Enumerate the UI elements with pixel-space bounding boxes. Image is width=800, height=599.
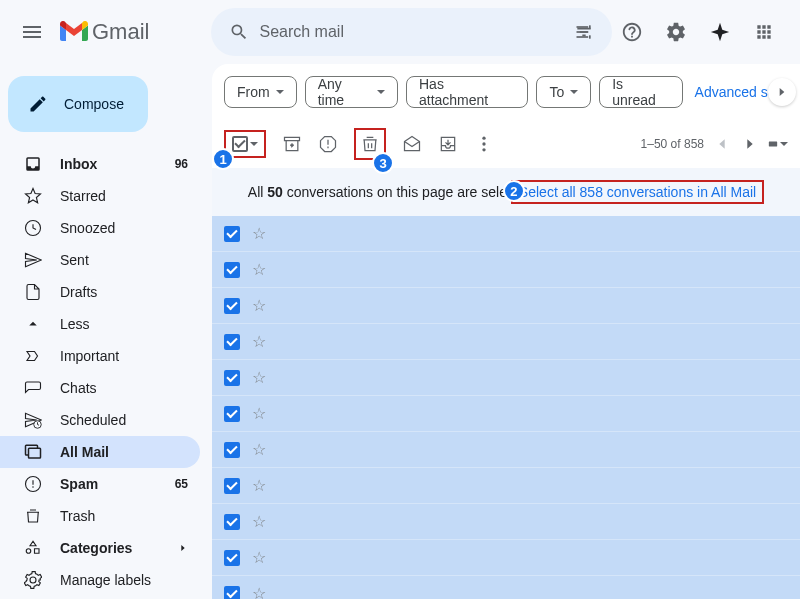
move-to-inbox-button[interactable] xyxy=(438,134,458,154)
page-info: 1–50 of 858 xyxy=(641,137,704,151)
prev-page-button[interactable] xyxy=(712,134,732,154)
more-vert-icon xyxy=(474,134,494,154)
row-checkbox[interactable] xyxy=(224,550,240,566)
star-button[interactable]: ☆ xyxy=(252,296,266,315)
input-tools-button[interactable] xyxy=(768,134,788,154)
row-checkbox[interactable] xyxy=(224,442,240,458)
sidebar-item-inbox[interactable]: Inbox96 xyxy=(0,148,200,180)
apps-button[interactable] xyxy=(744,12,784,52)
search-box[interactable] xyxy=(211,8,612,56)
mail-row[interactable]: ☆ xyxy=(212,252,800,288)
star-button[interactable]: ☆ xyxy=(252,440,266,459)
sidebar-item-scheduled[interactable]: Scheduled xyxy=(0,404,200,436)
star-button[interactable]: ☆ xyxy=(252,404,266,423)
mail-row[interactable]: ☆ xyxy=(212,468,800,504)
allmail-icon xyxy=(24,443,42,461)
sidebar-item-less[interactable]: Less xyxy=(0,308,200,340)
filter-is-unread[interactable]: Is unread xyxy=(599,76,682,108)
star-button[interactable]: ☆ xyxy=(252,548,266,567)
scroll-filters-right-button[interactable] xyxy=(768,78,796,106)
mail-row[interactable]: ☆ xyxy=(212,324,800,360)
callout-2: 2 xyxy=(503,180,525,202)
mail-row[interactable]: ☆ xyxy=(212,396,800,432)
more-button[interactable] xyxy=(474,134,494,154)
mail-row[interactable]: ☆ xyxy=(212,432,800,468)
sent-label: Sent xyxy=(60,252,188,268)
report-spam-button[interactable] xyxy=(318,134,338,154)
row-checkbox[interactable] xyxy=(224,262,240,278)
main-menu-button[interactable] xyxy=(8,8,56,56)
chevron-right-icon xyxy=(775,85,789,99)
sidebar-item-important[interactable]: Important xyxy=(0,340,200,372)
mail-row[interactable]: ☆ xyxy=(212,504,800,540)
search-options-icon[interactable] xyxy=(564,12,604,52)
chats-icon xyxy=(24,379,42,397)
sidebar-item-snoozed[interactable]: Snoozed xyxy=(0,212,200,244)
star-button[interactable]: ☆ xyxy=(252,224,266,243)
star-button[interactable]: ☆ xyxy=(252,476,266,495)
row-checkbox[interactable] xyxy=(224,514,240,530)
row-checkbox[interactable] xyxy=(224,226,240,242)
svg-rect-3 xyxy=(589,25,591,28)
sidebar-item-sent[interactable]: Sent xyxy=(0,244,200,276)
next-page-button[interactable] xyxy=(740,134,760,154)
spam-count: 65 xyxy=(175,477,188,491)
search-icon[interactable] xyxy=(219,12,259,52)
filter-to[interactable]: To xyxy=(536,76,591,108)
mail-row[interactable]: ☆ xyxy=(212,360,800,396)
mark-read-button[interactable] xyxy=(402,134,422,154)
sidebar-item-trash[interactable]: Trash xyxy=(0,500,200,532)
compose-label: Compose xyxy=(64,96,124,112)
trash-label: Trash xyxy=(60,508,188,524)
row-checkbox[interactable] xyxy=(224,406,240,422)
header-icons xyxy=(612,12,792,52)
mail-row[interactable]: ☆ xyxy=(212,288,800,324)
star-button[interactable]: ☆ xyxy=(252,368,266,387)
gmail-text: Gmail xyxy=(92,19,149,45)
star-button[interactable]: ☆ xyxy=(252,332,266,351)
gmail-icon xyxy=(60,21,88,43)
select-all-checkbox[interactable]: 1 xyxy=(224,130,266,158)
star-button[interactable]: ☆ xyxy=(252,584,266,599)
pencil-icon xyxy=(28,94,48,114)
search-wrap xyxy=(211,8,612,56)
select-all-conversations-link[interactable]: Select all 858 conversations in All Mail xyxy=(519,184,756,200)
toolbar: 1 3 1–50 of 858 xyxy=(212,120,800,168)
filter-anytime[interactable]: Any time xyxy=(305,76,398,108)
mail-row[interactable]: ☆ xyxy=(212,216,800,252)
compose-button[interactable]: Compose xyxy=(8,76,148,132)
gmail-logo[interactable]: Gmail xyxy=(60,19,149,45)
chevron-up-icon xyxy=(24,315,42,333)
mail-list[interactable]: ☆ ☆ ☆ ☆ ☆ ☆ ☆ ☆ ☆ ☆ ☆ xyxy=(212,216,800,599)
filter-has-attachment[interactable]: Has attachment xyxy=(406,76,528,108)
mail-row[interactable]: ☆ xyxy=(212,540,800,576)
sidebar-item-manage-labels[interactable]: Manage labels xyxy=(0,564,200,596)
callout-3: 3 xyxy=(372,152,394,174)
star-button[interactable]: ☆ xyxy=(252,512,266,531)
row-checkbox[interactable] xyxy=(224,334,240,350)
row-checkbox[interactable] xyxy=(224,370,240,386)
help-button[interactable] xyxy=(612,12,652,52)
sidebar-item-spam[interactable]: Spam65 xyxy=(0,468,200,500)
sidebar-item-drafts[interactable]: Drafts xyxy=(0,276,200,308)
archive-icon xyxy=(282,134,302,154)
sidebar-item-categories[interactable]: Categories xyxy=(0,532,200,564)
filter-from[interactable]: From xyxy=(224,76,297,108)
search-input[interactable] xyxy=(259,23,564,41)
sidebar-item-allmail[interactable]: All Mail xyxy=(0,436,200,468)
row-checkbox[interactable] xyxy=(224,298,240,314)
settings-button[interactable] xyxy=(656,12,696,52)
svg-rect-2 xyxy=(577,36,589,38)
row-checkbox[interactable] xyxy=(224,478,240,494)
archive-button[interactable] xyxy=(282,134,302,154)
sidebar-item-starred[interactable]: Starred xyxy=(0,180,200,212)
svg-rect-4 xyxy=(589,35,591,38)
delete-button[interactable]: 3 xyxy=(354,128,386,160)
caret-down-icon xyxy=(780,142,788,146)
star-button[interactable]: ☆ xyxy=(252,260,266,279)
sidebar-item-chats[interactable]: Chats xyxy=(0,372,200,404)
chevron-left-icon xyxy=(714,136,730,152)
mail-row[interactable]: ☆ xyxy=(212,576,800,599)
gemini-button[interactable] xyxy=(700,12,740,52)
row-checkbox[interactable] xyxy=(224,586,240,600)
